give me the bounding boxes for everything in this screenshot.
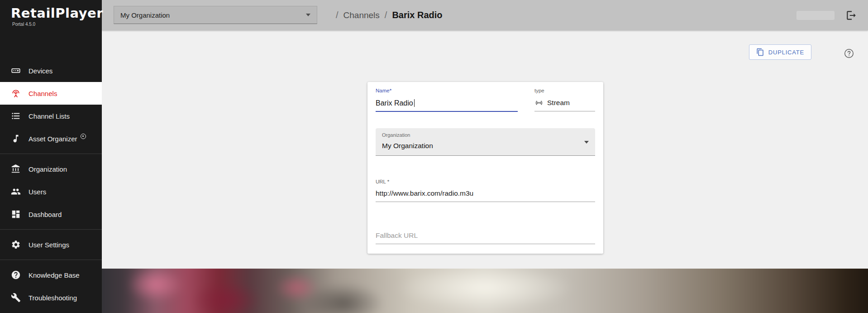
sidebar-item-organization[interactable]: Organization [0,158,102,180]
breadcrumb-separator: / [336,10,339,20]
sidebar-divider [0,229,102,230]
url-field[interactable]: URL * http://www.barix.com/radio.m3u [376,179,595,202]
logout-button[interactable] [844,9,858,22]
fallback-url-input[interactable]: Fallback URL [376,231,595,244]
duplicate-button-label: DUPLICATE [768,49,804,56]
sidebar-item-label: Channel Lists [29,112,70,120]
organization-select-value: My Organization [382,142,589,150]
sidebar-item-asset-organizer[interactable]: Asset Organizer [0,127,102,150]
stream-icon [534,98,544,107]
chevron-down-icon [584,141,589,144]
sidebar-item-label: Organization [29,165,67,173]
gear-icon [11,240,21,250]
sidebar-item-label: Asset Organizer [29,135,77,143]
breadcrumb-separator: / [385,10,387,20]
help-circle-icon [11,270,21,280]
dashboard-icon [11,209,21,219]
name-field-label: Name* [376,88,518,93]
background-photo [102,269,868,313]
sidebar-item-label: Dashboard [29,211,62,218]
wrench-icon [11,293,21,303]
background-photo-blur [102,269,868,313]
sidebar-item-channel-lists[interactable]: Channel Lists [0,105,102,127]
sidebar-item-label: User Settings [29,241,69,249]
question-circle-icon [844,48,854,59]
main-content: DUPLICATE Name* Barix Radio type [102,30,868,269]
sidebar-item-channels[interactable]: Channels [0,82,102,105]
sidebar-item-label: Troubleshooting [29,294,77,302]
sidebar-menu: Devices Channels Channel Lists Asset Org… [0,59,102,309]
breadcrumb-page: Barix Radio [392,10,442,20]
breadcrumb: / Channels / Barix Radio [336,0,443,30]
people-icon [11,187,21,197]
type-value: Stream [547,99,570,107]
logout-icon [845,10,857,21]
breadcrumb-section[interactable]: Channels [343,10,380,20]
app-version: Portal 4.5.0 [11,22,102,27]
asset-organizer-badge-icon [81,134,86,139]
broadcast-antenna-icon [11,88,21,98]
top-header: My Organization / Channels / Barix Radio [102,0,868,30]
app-logo-text: RetailPlayer [11,5,102,21]
sidebar-item-label: Users [29,188,46,196]
header-organization-select[interactable]: My Organization [114,6,317,24]
sidebar-item-label: Channels [29,90,57,97]
bank-icon [11,164,21,174]
type-field-label: type [534,88,595,93]
name-input[interactable]: Barix Radio [376,99,413,107]
sidebar-item-devices[interactable]: Devices [0,59,102,82]
chevron-down-icon [306,14,310,16]
channel-form-card: Name* Barix Radio type Stream [367,82,603,254]
type-field: type Stream [534,88,595,111]
music-note-icon [11,134,21,144]
organization-select[interactable]: Organization My Organization [376,128,595,156]
sidebar: RetailPlayer Portal 4.5.0 Devices Channe… [0,0,102,313]
sidebar-item-troubleshooting[interactable]: Troubleshooting [0,286,102,309]
sidebar-item-dashboard[interactable]: Dashboard [0,203,102,226]
help-button[interactable] [844,48,854,59]
app-logo: RetailPlayer Portal 4.5.0 [0,0,102,30]
copy-icon [756,48,764,56]
sidebar-item-knowledge-base[interactable]: Knowledge Base [0,264,102,286]
sidebar-divider [0,154,102,154]
sidebar-item-label: Devices [29,67,52,75]
devices-icon [11,66,21,76]
list-icon [11,111,21,121]
fallback-url-field[interactable]: Fallback URL [376,231,595,244]
sidebar-divider [0,260,102,260]
sidebar-item-user-settings[interactable]: User Settings [0,233,102,256]
sidebar-item-users[interactable]: Users [0,180,102,203]
url-input[interactable]: http://www.barix.com/radio.m3u [376,189,595,202]
url-field-label: URL * [376,179,595,184]
duplicate-button[interactable]: DUPLICATE [749,44,811,60]
name-field[interactable]: Name* Barix Radio [376,88,518,112]
loading-placeholder [796,11,835,20]
text-cursor [414,99,415,107]
sidebar-item-label: Knowledge Base [29,271,80,279]
header-organization-value: My Organization [120,11,170,19]
organization-select-label: Organization [382,132,589,138]
